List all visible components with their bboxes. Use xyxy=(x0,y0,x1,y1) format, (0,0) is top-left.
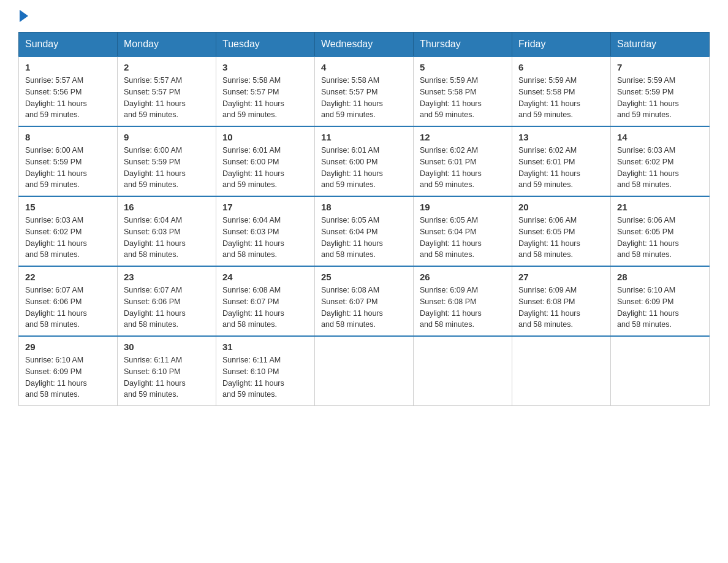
calendar-header-saturday: Saturday xyxy=(611,33,710,57)
day-info: Sunrise: 6:03 AMSunset: 6:02 PMDaylight:… xyxy=(617,145,703,191)
day-number: 4 xyxy=(321,62,407,72)
calendar-cell: 21Sunrise: 6:06 AMSunset: 6:05 PMDayligh… xyxy=(611,196,710,266)
day-number: 13 xyxy=(518,132,604,142)
day-info: Sunrise: 6:04 AMSunset: 6:03 PMDaylight:… xyxy=(124,215,210,261)
calendar-week-4: 22Sunrise: 6:07 AMSunset: 6:06 PMDayligh… xyxy=(19,266,710,336)
logo-triangle-icon xyxy=(20,10,28,22)
day-number: 1 xyxy=(25,62,111,72)
day-number: 30 xyxy=(124,342,210,352)
calendar-cell: 2Sunrise: 5:57 AMSunset: 5:57 PMDaylight… xyxy=(118,56,216,126)
day-number: 18 xyxy=(321,202,407,212)
calendar-header-friday: Friday xyxy=(512,33,611,57)
day-number: 11 xyxy=(321,132,407,142)
calendar-cell: 31Sunrise: 6:11 AMSunset: 6:10 PMDayligh… xyxy=(216,336,315,406)
calendar-cell: 11Sunrise: 6:01 AMSunset: 6:00 PMDayligh… xyxy=(315,126,414,196)
day-info: Sunrise: 6:09 AMSunset: 6:08 PMDaylight:… xyxy=(420,285,506,331)
calendar-week-2: 8Sunrise: 6:00 AMSunset: 5:59 PMDaylight… xyxy=(19,126,710,196)
day-info: Sunrise: 6:00 AMSunset: 5:59 PMDaylight:… xyxy=(124,145,210,191)
calendar-header-thursday: Thursday xyxy=(414,33,512,57)
day-info: Sunrise: 5:58 AMSunset: 5:57 PMDaylight:… xyxy=(321,75,407,121)
calendar-cell: 28Sunrise: 6:10 AMSunset: 6:09 PMDayligh… xyxy=(611,266,710,336)
day-number: 31 xyxy=(222,342,308,352)
calendar-cell: 29Sunrise: 6:10 AMSunset: 6:09 PMDayligh… xyxy=(19,336,118,406)
calendar-cell: 16Sunrise: 6:04 AMSunset: 6:03 PMDayligh… xyxy=(118,196,216,266)
calendar-table: SundayMondayTuesdayWednesdayThursdayFrid… xyxy=(18,32,710,406)
day-number: 28 xyxy=(617,272,703,282)
day-number: 7 xyxy=(617,62,703,72)
calendar-header-wednesday: Wednesday xyxy=(315,33,414,57)
day-number: 8 xyxy=(25,132,111,142)
calendar-week-1: 1Sunrise: 5:57 AMSunset: 5:56 PMDaylight… xyxy=(19,56,710,126)
calendar-cell: 12Sunrise: 6:02 AMSunset: 6:01 PMDayligh… xyxy=(414,126,512,196)
day-number: 3 xyxy=(222,62,308,72)
calendar-cell: 6Sunrise: 5:59 AMSunset: 5:58 PMDaylight… xyxy=(512,56,611,126)
calendar-cell: 19Sunrise: 6:05 AMSunset: 6:04 PMDayligh… xyxy=(414,196,512,266)
day-info: Sunrise: 6:10 AMSunset: 6:09 PMDaylight:… xyxy=(25,354,111,400)
calendar-cell xyxy=(315,336,414,406)
calendar-cell: 3Sunrise: 5:58 AMSunset: 5:57 PMDaylight… xyxy=(216,56,315,126)
calendar-cell: 8Sunrise: 6:00 AMSunset: 5:59 PMDaylight… xyxy=(19,126,118,196)
logo xyxy=(18,12,28,20)
day-number: 19 xyxy=(420,202,506,212)
day-info: Sunrise: 6:08 AMSunset: 6:07 PMDaylight:… xyxy=(321,285,407,331)
day-info: Sunrise: 6:01 AMSunset: 6:00 PMDaylight:… xyxy=(222,145,308,191)
day-info: Sunrise: 5:59 AMSunset: 5:59 PMDaylight:… xyxy=(617,75,703,121)
day-info: Sunrise: 6:02 AMSunset: 6:01 PMDaylight:… xyxy=(518,145,604,191)
calendar-cell: 18Sunrise: 6:05 AMSunset: 6:04 PMDayligh… xyxy=(315,196,414,266)
calendar-cell: 20Sunrise: 6:06 AMSunset: 6:05 PMDayligh… xyxy=(512,196,611,266)
calendar-week-3: 15Sunrise: 6:03 AMSunset: 6:02 PMDayligh… xyxy=(19,196,710,266)
calendar-cell: 26Sunrise: 6:09 AMSunset: 6:08 PMDayligh… xyxy=(414,266,512,336)
day-info: Sunrise: 5:59 AMSunset: 5:58 PMDaylight:… xyxy=(518,75,604,121)
calendar-cell: 27Sunrise: 6:09 AMSunset: 6:08 PMDayligh… xyxy=(512,266,611,336)
day-number: 21 xyxy=(617,202,703,212)
day-number: 22 xyxy=(25,272,111,282)
day-info: Sunrise: 5:58 AMSunset: 5:57 PMDaylight:… xyxy=(222,75,308,121)
calendar-cell: 30Sunrise: 6:11 AMSunset: 6:10 PMDayligh… xyxy=(118,336,216,406)
calendar-cell: 15Sunrise: 6:03 AMSunset: 6:02 PMDayligh… xyxy=(19,196,118,266)
day-info: Sunrise: 5:59 AMSunset: 5:58 PMDaylight:… xyxy=(420,75,506,121)
day-number: 17 xyxy=(222,202,308,212)
calendar-cell: 9Sunrise: 6:00 AMSunset: 5:59 PMDaylight… xyxy=(118,126,216,196)
calendar-cell: 1Sunrise: 5:57 AMSunset: 5:56 PMDaylight… xyxy=(19,56,118,126)
calendar-cell: 14Sunrise: 6:03 AMSunset: 6:02 PMDayligh… xyxy=(611,126,710,196)
calendar-cell: 23Sunrise: 6:07 AMSunset: 6:06 PMDayligh… xyxy=(118,266,216,336)
calendar-cell: 13Sunrise: 6:02 AMSunset: 6:01 PMDayligh… xyxy=(512,126,611,196)
day-info: Sunrise: 6:11 AMSunset: 6:10 PMDaylight:… xyxy=(124,354,210,400)
calendar-cell: 25Sunrise: 6:08 AMSunset: 6:07 PMDayligh… xyxy=(315,266,414,336)
day-number: 15 xyxy=(25,202,111,212)
day-info: Sunrise: 6:06 AMSunset: 6:05 PMDaylight:… xyxy=(617,215,703,261)
day-info: Sunrise: 6:02 AMSunset: 6:01 PMDaylight:… xyxy=(420,145,506,191)
day-info: Sunrise: 6:00 AMSunset: 5:59 PMDaylight:… xyxy=(25,145,111,191)
calendar-week-5: 29Sunrise: 6:10 AMSunset: 6:09 PMDayligh… xyxy=(19,336,710,406)
calendar-header-row: SundayMondayTuesdayWednesdayThursdayFrid… xyxy=(19,33,710,57)
day-number: 5 xyxy=(420,62,506,72)
day-info: Sunrise: 6:07 AMSunset: 6:06 PMDaylight:… xyxy=(25,285,111,331)
day-number: 6 xyxy=(518,62,604,72)
calendar-header-monday: Monday xyxy=(118,33,216,57)
day-number: 16 xyxy=(124,202,210,212)
day-number: 2 xyxy=(124,62,210,72)
calendar-header-tuesday: Tuesday xyxy=(216,33,315,57)
day-number: 29 xyxy=(25,342,111,352)
day-number: 12 xyxy=(420,132,506,142)
calendar-cell: 5Sunrise: 5:59 AMSunset: 5:58 PMDaylight… xyxy=(414,56,512,126)
calendar-cell xyxy=(414,336,512,406)
calendar-cell xyxy=(611,336,710,406)
day-number: 20 xyxy=(518,202,604,212)
calendar-cell: 24Sunrise: 6:08 AMSunset: 6:07 PMDayligh… xyxy=(216,266,315,336)
calendar-cell: 22Sunrise: 6:07 AMSunset: 6:06 PMDayligh… xyxy=(19,266,118,336)
day-info: Sunrise: 5:57 AMSunset: 5:57 PMDaylight:… xyxy=(124,75,210,121)
day-info: Sunrise: 6:08 AMSunset: 6:07 PMDaylight:… xyxy=(222,285,308,331)
calendar-header-sunday: Sunday xyxy=(19,33,118,57)
day-info: Sunrise: 6:05 AMSunset: 6:04 PMDaylight:… xyxy=(420,215,506,261)
day-info: Sunrise: 6:10 AMSunset: 6:09 PMDaylight:… xyxy=(617,285,703,331)
page-header xyxy=(18,12,710,20)
day-number: 23 xyxy=(124,272,210,282)
day-info: Sunrise: 6:07 AMSunset: 6:06 PMDaylight:… xyxy=(124,285,210,331)
day-number: 14 xyxy=(617,132,703,142)
day-info: Sunrise: 5:57 AMSunset: 5:56 PMDaylight:… xyxy=(25,75,111,121)
day-number: 9 xyxy=(124,132,210,142)
day-info: Sunrise: 6:09 AMSunset: 6:08 PMDaylight:… xyxy=(518,285,604,331)
day-number: 25 xyxy=(321,272,407,282)
day-number: 10 xyxy=(222,132,308,142)
